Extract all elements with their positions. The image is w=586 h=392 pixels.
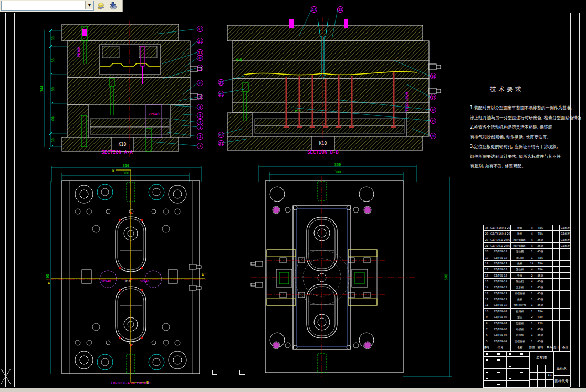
- table-cell: 45钢: [535, 284, 546, 290]
- svg-text:5: 5: [199, 114, 201, 118]
- svg-text:20: 20: [431, 134, 435, 139]
- svg-text:9: 9: [199, 66, 201, 70]
- section-aa-view[interactable]: 344 PB360: [21, 16, 210, 163]
- table-cell: [546, 284, 553, 290]
- plan-view-moving-half[interactable]: 350 300 400: [46, 162, 210, 388]
- table-cell: [553, 296, 560, 302]
- layer-previous-icon: [97, 2, 105, 10]
- table-cell: 1: [529, 291, 535, 296]
- insert-label: TF6327.65/H: [405, 92, 409, 113]
- table-cell: 12: [484, 296, 490, 302]
- title-block: 装配图 1:1 单位名 图样代号: [483, 351, 570, 388]
- dimension-chain-left: [45, 29, 67, 149]
- table-cell: [553, 332, 560, 337]
- table-cell: 定位圈: [511, 249, 529, 254]
- layer-manager-icon: [109, 2, 118, 10]
- section-letter-b: B: [112, 168, 114, 173]
- tech-req-line: 涂上红丹油与另一分型面进行对研磨合, 检查分型面贴合情况。: [470, 113, 581, 123]
- svg-text:11: 11: [198, 51, 202, 55]
- sp940-label: SP940: [140, 279, 149, 283]
- table-cell: 推杆: [511, 261, 529, 266]
- table-cell: 浇口套: [511, 255, 529, 260]
- thread-label: M16: [236, 58, 242, 61]
- scale-value: 1:1: [547, 373, 552, 376]
- table-cell: SZ/T09-14: [490, 279, 511, 284]
- viewport-corner-mark: [239, 370, 245, 375]
- table-cell: 16: [484, 273, 490, 278]
- table-cell: T8A: [535, 231, 546, 236]
- table-cell: 45钢: [535, 326, 546, 332]
- table-cell: 内六角螺钉: [511, 243, 529, 248]
- svg-text:16: 16: [431, 75, 435, 79]
- chevron-down-icon[interactable]: ▼: [85, 1, 93, 9]
- table-cell: 1: [529, 255, 535, 260]
- table-cell: 4: [529, 237, 535, 242]
- table-cell: [553, 255, 560, 260]
- dim-350: 350: [334, 163, 341, 167]
- table-cell: T8A: [535, 255, 546, 260]
- table-cell: [546, 314, 553, 320]
- table-cell: SZ/T09-15: [490, 273, 511, 278]
- table-cell: 1: [529, 302, 535, 308]
- table-cell: [553, 237, 560, 242]
- table-cell: 动模板: [511, 326, 529, 332]
- layer-combobox[interactable]: ▼: [1, 1, 94, 11]
- title-block-marks: [486, 353, 488, 355]
- table-cell: 内六角螺钉: [511, 237, 529, 242]
- table-cell: 导套: [511, 225, 529, 230]
- svg-text:13: 13: [198, 27, 202, 31]
- layers-toolbar: ▼: [0, 0, 123, 12]
- table-cell: 7: [484, 326, 490, 332]
- table-cell: SZ/T09-07: [490, 321, 511, 326]
- table-row: 6SZ/T09-05定模板145钢: [484, 332, 571, 338]
- sheet-border-outer-left: [5, 13, 6, 387]
- table-cell: 14: [484, 284, 490, 290]
- table-row: 10SZ/T09-09拉料杆1T8A: [484, 309, 571, 314]
- table-cell: 推板: [511, 296, 529, 302]
- layer-previous-button[interactable]: [95, 1, 107, 11]
- section-bb-caption: SECTION B-B: [307, 150, 339, 155]
- table-cell: [560, 302, 571, 308]
- table-cell: 9: [484, 314, 490, 320]
- table-cell: 2: [529, 314, 535, 320]
- table-cell: 5: [484, 338, 490, 344]
- table-cell: 型腔板: [511, 321, 529, 326]
- horizontal-scrollbar[interactable]: [0, 388, 586, 392]
- table-cell: [546, 338, 553, 344]
- table-cell: 4: [529, 243, 535, 248]
- table-row: 19SZ/T09-18浇口套1T8A: [484, 255, 571, 261]
- table-cell: 45钢: [535, 273, 546, 278]
- mold-plate-outline: [265, 181, 403, 373]
- table-cell: 推杆固定板: [511, 302, 529, 308]
- dim-segment: 60: [51, 116, 55, 121]
- table-cell: 1: [529, 284, 535, 290]
- table-cell: P20: [535, 314, 546, 320]
- table-cell: [546, 291, 553, 296]
- table-cell: 1: [529, 326, 535, 332]
- section-bb-view[interactable]: M16 M16 TF6327.65/H K10 1617181920242322…: [213, 16, 457, 163]
- table-cell: [546, 225, 553, 230]
- table-cell: SZ/T09-09: [490, 309, 511, 314]
- tech-req-line: 2.检查各个活动机构是否灵活不相碰, 保证装: [470, 123, 581, 133]
- dim-350: 350: [123, 164, 130, 168]
- table-header-cell: 总计: [553, 344, 560, 351]
- table-cell: 4: [529, 225, 535, 230]
- table-cell: 45钢: [535, 332, 546, 337]
- svg-text:6: 6: [199, 105, 201, 110]
- plan-view-fixed-half[interactable]: 350 300 500: [251, 162, 458, 388]
- svg-text:3: 3: [199, 125, 201, 130]
- table-cell: [546, 309, 553, 314]
- table-cell: P20: [535, 321, 546, 326]
- dimension-lines: [259, 165, 452, 377]
- table-cell: [553, 284, 560, 290]
- table-cell: 27: [484, 237, 490, 242]
- table-cell: [546, 243, 553, 248]
- tech-req-line: 有排气和冷却顺畅, 动作灵活, 长度要适度。: [470, 133, 581, 143]
- mold-plate-stack: [227, 25, 429, 150]
- table-cell: [560, 321, 571, 326]
- table-cell: 45钢: [535, 296, 546, 302]
- org-name: 单位名: [553, 363, 570, 375]
- layer-manager-button[interactable]: [108, 1, 119, 11]
- table-row: 29GB/T4169.4-2006导柱4T8AGB标准: [484, 231, 571, 237]
- table-cell: 1: [529, 332, 535, 337]
